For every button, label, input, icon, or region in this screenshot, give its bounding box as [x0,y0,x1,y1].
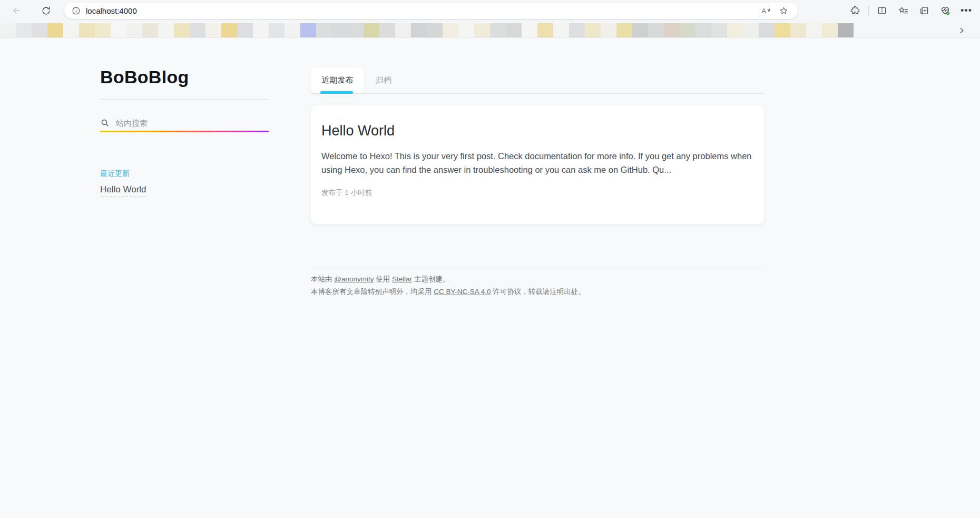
bookmark-item[interactable] [332,23,348,37]
collections-button[interactable] [915,3,933,18]
bookmark-item[interactable] [443,23,458,37]
main-content: 近期发布 归档 Hello World Welcome to Hexo! Thi… [311,38,764,512]
bookmark-item[interactable] [316,23,332,37]
settings-more-button[interactable]: ••• [957,3,975,18]
footer-line-1: 本站由 @anonymity 使用 Stellar 主题创建。 [311,273,764,286]
bookmark-item[interactable] [553,23,569,37]
search-icon [100,118,110,128]
bookmark-item[interactable] [585,23,601,37]
bookmark-item[interactable] [411,23,427,37]
bookmark-item[interactable] [838,23,854,37]
heart-pulse-icon [939,5,951,16]
bookmark-item[interactable] [537,23,553,37]
tab-strip-line [311,93,764,94]
bookmark-item[interactable] [364,23,379,37]
footer-divider [311,268,764,268]
tab-recent-posts[interactable]: 近期发布 [311,67,364,93]
bookmark-item[interactable] [205,23,221,37]
bookmark-item[interactable] [158,23,174,37]
bookmarks-overflow-button[interactable] [955,24,968,37]
site-search[interactable] [100,115,269,132]
footer-text: 主题创建。 [412,275,449,283]
bookmark-item[interactable] [806,23,822,37]
bookmark-item[interactable] [711,23,727,37]
favorites-star-list-icon [898,5,909,16]
bookmark-item[interactable] [63,23,79,37]
chevron-right-icon [957,26,966,35]
bookmark-item[interactable] [458,23,474,37]
blog-sidebar: BoBoBlog 最近更新 Hello World [100,38,269,512]
bookmark-item[interactable] [648,23,664,37]
split-screen-button[interactable] [873,3,891,18]
extensions-button[interactable] [846,3,864,18]
footer-theme-link[interactable]: Stellar [392,275,412,283]
bookmark-item[interactable] [16,23,32,37]
bookmark-item[interactable] [32,23,47,37]
bookmark-item[interactable] [822,23,838,37]
favorite-star-icon[interactable] [777,4,790,18]
bookmark-item[interactable] [253,23,269,37]
bookmark-item[interactable] [790,23,806,37]
recent-post-link[interactable]: Hello World [100,184,146,197]
bookmark-item[interactable] [379,23,395,37]
read-aloud-icon[interactable]: A [759,4,772,18]
url-text[interactable]: localhost:4000 [86,6,137,15]
footer-line-2: 本博客所有文章除特别声明外，均采用 CC BY-NC-SA 4.0 许可协议，转… [311,286,764,298]
tab-archives[interactable]: 归档 [376,67,391,93]
bookmark-item[interactable] [142,23,158,37]
search-input[interactable] [115,118,252,128]
bookmark-item[interactable] [680,23,695,37]
bookmark-item[interactable] [427,23,443,37]
bookmark-item[interactable] [126,23,142,37]
puzzle-icon [850,5,860,16]
favorites-button[interactable] [894,3,912,18]
bookmark-item[interactable] [395,23,411,37]
bookmark-item[interactable] [47,23,63,37]
post-title[interactable]: Hello World [321,121,753,140]
svg-text:A: A [762,7,767,15]
bookmark-item[interactable] [300,23,316,37]
more-dots-icon: ••• [961,8,972,13]
bookmark-item[interactable] [0,23,16,37]
back-button[interactable] [8,3,24,18]
site-title[interactable]: BoBoBlog [100,66,189,87]
bookmark-item[interactable] [601,23,616,37]
bookmark-item[interactable] [174,23,190,37]
bookmark-item[interactable] [221,23,237,37]
bookmark-item[interactable] [79,23,95,37]
bookmark-item[interactable] [775,23,790,37]
site-info-icon[interactable] [72,6,81,15]
bookmark-item[interactable] [743,23,759,37]
bookmark-item[interactable] [727,23,743,37]
post-card[interactable]: Hello World Welcome to Hexo! This is you… [311,105,764,224]
bookmark-item[interactable] [237,23,253,37]
browser-chrome: localhost:4000 A [0,0,980,38]
bookmark-item[interactable] [285,23,300,37]
footer-text: 本站由 [311,275,334,283]
bookmark-item[interactable] [632,23,648,37]
bookmark-item[interactable] [695,23,711,37]
browser-essentials-button[interactable] [936,3,954,18]
bookmark-item[interactable] [474,23,490,37]
reload-button[interactable] [38,3,54,18]
bookmark-item[interactable] [506,23,522,37]
recent-updates-label: 最近更新 [100,169,130,179]
bookmark-item[interactable] [95,23,111,37]
bookmark-item[interactable] [616,23,632,37]
toolbar-divider [868,6,869,15]
bookmark-item[interactable] [269,23,285,37]
footer-license-link[interactable]: CC BY-NC-SA 4.0 [434,288,491,296]
bookmark-item[interactable] [569,23,585,37]
bookmark-item[interactable] [190,23,205,37]
footer-text: 本博客所有文章除特别声明外，均采用 [311,288,434,296]
bookmark-item[interactable] [348,23,364,37]
bookmark-item[interactable] [664,23,680,37]
bookmark-item[interactable] [759,23,775,37]
address-bar[interactable]: localhost:4000 A [64,3,798,19]
split-screen-icon [877,5,887,16]
bookmark-item[interactable] [111,23,126,37]
bookmark-item[interactable] [490,23,506,37]
footer-author-link[interactable]: @anonymity [334,275,374,283]
bookmark-item[interactable] [522,23,537,37]
site-footer: 本站由 @anonymity 使用 Stellar 主题创建。 本博客所有文章除… [311,268,764,298]
